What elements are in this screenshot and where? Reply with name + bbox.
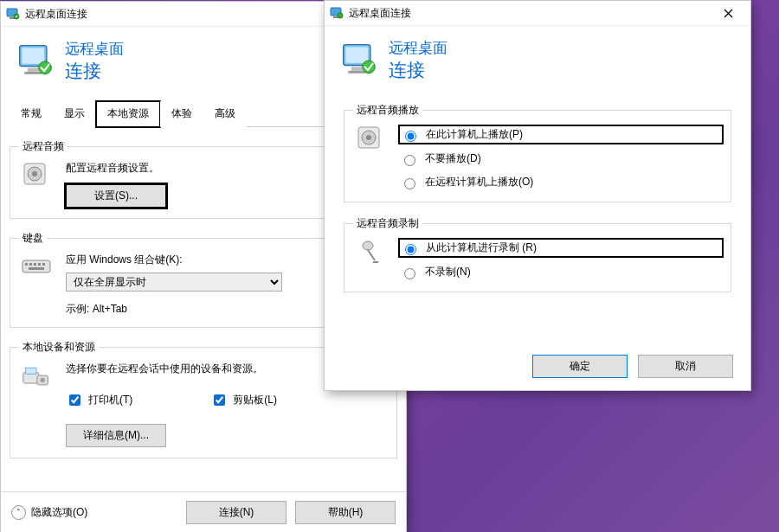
keyboard-combo-select[interactable]: 仅在全屏显示时 <box>66 272 282 292</box>
close-icon <box>724 9 733 18</box>
rdc-logo-icon <box>16 42 55 80</box>
speaker-icon <box>22 161 51 190</box>
svg-point-10 <box>32 171 37 176</box>
devices-icon <box>22 362 51 391</box>
keyboard-icon <box>22 253 51 282</box>
radio-do-not-record[interactable]: 不录制(N) <box>400 265 722 279</box>
group-audio-playback-legend: 远程音频播放 <box>353 103 422 118</box>
checkbox-printer-input[interactable] <box>69 394 80 406</box>
svg-rect-16 <box>42 263 45 266</box>
ok-button[interactable]: 确定 <box>532 355 628 378</box>
svg-rect-26 <box>345 47 368 62</box>
cancel-button[interactable]: 取消 <box>638 355 733 378</box>
audio-settings-dialog: 远程桌面连接 远程桌面 连接 远程音频播放 在此计算机上播放(P) <box>324 0 751 391</box>
svg-rect-6 <box>24 71 42 74</box>
svg-point-32 <box>366 135 371 140</box>
audio-settings-button[interactable]: 设置(S)... <box>66 184 166 208</box>
group-audio-playback: 远程音频播放 在此计算机上播放(P) 不要播放(D) <box>344 103 731 202</box>
group-local-devices-legend: 本地设备和资源 <box>19 340 99 355</box>
more-devices-button[interactable]: 详细信息(M)... <box>66 424 166 447</box>
microphone-icon <box>356 238 385 267</box>
dialog-footer: 确定 取消 <box>532 355 733 378</box>
rdc-logo-icon <box>340 42 378 80</box>
help-button[interactable]: 帮助(H) <box>295 501 396 524</box>
radio-play-on-this-computer[interactable]: 在此计算机上播放(P) <box>400 126 722 143</box>
svg-rect-19 <box>25 368 36 374</box>
radio-do-not-play[interactable]: 不要播放(D) <box>400 151 722 166</box>
header-titles: 远程桌面 连接 <box>65 39 124 83</box>
speaker-icon <box>356 125 385 154</box>
dialog-header-titles: 远程桌面 连接 <box>389 38 447 82</box>
svg-point-33 <box>363 241 373 250</box>
dialog-content: 远程音频播放 在此计算机上播放(P) 不要播放(D) <box>325 94 750 292</box>
svg-rect-27 <box>351 67 363 71</box>
dialog-titlebar[interactable]: 远程桌面连接 <box>325 1 750 26</box>
radio-record-from-this-computer[interactable]: 从此计算机进行录制 (R) <box>400 240 722 256</box>
group-audio-recording-legend: 远程音频录制 <box>353 216 422 231</box>
dialog-header-band: 远程桌面 连接 <box>325 26 750 94</box>
svg-rect-28 <box>348 70 365 73</box>
checkbox-clipboard[interactable]: 剪贴板(L) <box>210 392 277 408</box>
group-keyboard-legend: 键盘 <box>19 231 47 246</box>
chevron-up-icon: ˄ <box>11 505 26 520</box>
svg-point-21 <box>40 378 44 382</box>
dialog-title: 远程桌面连接 <box>349 6 711 21</box>
tab-display[interactable]: 显示 <box>53 101 96 127</box>
svg-rect-17 <box>29 267 44 270</box>
checkbox-clipboard-input[interactable] <box>214 394 225 406</box>
tab-general[interactable]: 常规 <box>10 101 53 127</box>
svg-rect-11 <box>23 260 50 272</box>
radio-play-on-remote[interactable]: 在远程计算机上播放(O) <box>400 175 722 189</box>
app-icon <box>6 7 20 21</box>
svg-rect-15 <box>38 263 41 266</box>
svg-rect-12 <box>25 263 28 266</box>
header-line2: 连接 <box>65 59 124 83</box>
svg-rect-14 <box>34 263 36 266</box>
svg-rect-13 <box>29 263 32 266</box>
header-line1: 远程桌面 <box>65 39 124 59</box>
tab-experience[interactable]: 体验 <box>160 101 203 127</box>
tab-advanced[interactable]: 高级 <box>203 101 247 127</box>
connect-button[interactable]: 连接(N) <box>186 501 286 524</box>
checkbox-printer[interactable]: 打印机(T) <box>66 392 132 408</box>
svg-point-24 <box>338 13 343 18</box>
hide-options-toggle[interactable]: ˄ 隐藏选项(O) <box>11 505 87 520</box>
window-footer: ˄ 隐藏选项(O) 连接(N) 帮助(H) <box>1 491 406 532</box>
app-icon <box>330 6 344 20</box>
group-audio-recording: 远程音频录制 从此计算机进行录制 (R) 不录制(N) <box>344 216 731 292</box>
group-remote-audio-legend: 远程音频 <box>19 139 68 154</box>
tab-local-resources[interactable]: 本地资源 <box>96 101 160 127</box>
svg-rect-4 <box>22 48 44 63</box>
close-button[interactable] <box>711 1 745 25</box>
svg-rect-5 <box>28 67 39 72</box>
